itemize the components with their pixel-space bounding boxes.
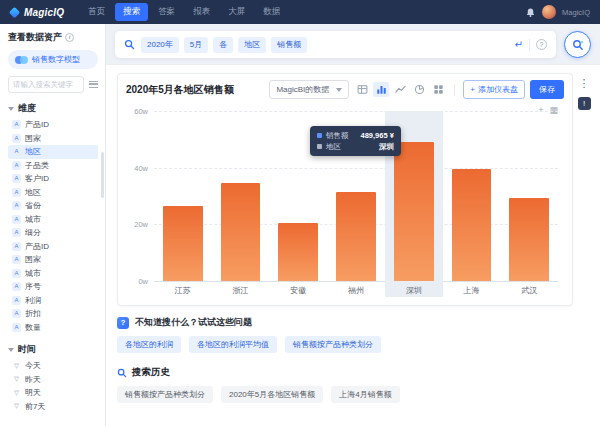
datasource-select[interactable]: MagicBI的数据 (269, 80, 349, 99)
chart-column-浙江[interactable]: 浙江 (212, 111, 270, 297)
sidebar-field-item[interactable]: A 序号 (8, 280, 98, 294)
chart-column-江苏[interactable]: 江苏 (154, 111, 212, 297)
time-section-header[interactable]: 时间 (8, 343, 98, 356)
search-bar[interactable]: 2020年5月各地区销售额 ↵ ? (115, 31, 556, 58)
info-icon[interactable]: i (65, 33, 74, 42)
sidebar-title: 查看数据资产 i (8, 31, 98, 44)
bar-chart-icon[interactable] (373, 82, 389, 97)
suggestion-chip[interactable]: 销售额按产品种类划分 (285, 336, 381, 353)
history-chip[interactable]: 2020年5月各地区销售额 (221, 386, 323, 403)
time-label: 今天 (25, 360, 41, 371)
sidebar-time-item[interactable]: ▽ 前7天 (8, 400, 98, 414)
field-type-icon: A (12, 309, 21, 318)
search-token[interactable]: 2020年 (141, 37, 179, 53)
search-icon (124, 39, 135, 50)
dimension-section-header[interactable]: 维度 (8, 102, 98, 115)
sidebar-time-item[interactable]: ▽ 今天 (8, 359, 98, 373)
sidebar-field-item[interactable]: A 细分 (8, 226, 98, 240)
bar[interactable] (452, 169, 492, 281)
sidebar-field-item[interactable]: A 利润 (8, 294, 98, 308)
sidebar-field-item[interactable]: A 折扣 (8, 307, 98, 321)
chart-column-深圳[interactable]: 深圳 (385, 111, 443, 297)
sidebar-field-item[interactable]: A 产品ID (8, 240, 98, 254)
nav-item[interactable]: 搜索 (115, 3, 148, 21)
field-type-icon: A (12, 147, 21, 156)
field-type-icon: A (12, 255, 21, 264)
enter-icon[interactable]: ↵ (515, 40, 523, 50)
sidebar-field-item[interactable]: A 客户ID (8, 172, 98, 186)
chevron-down-icon (336, 88, 342, 92)
bar[interactable] (394, 142, 434, 281)
chart-column-上海[interactable]: 上海 (443, 111, 501, 297)
model-label: 销售数字模型 (32, 54, 80, 65)
filter-icon: ▽ (12, 375, 21, 383)
nav-item[interactable]: 大屏 (220, 3, 253, 21)
nav-item[interactable]: 报表 (185, 3, 218, 21)
chart-column-福州[interactable]: 福州 (327, 111, 385, 297)
card-header: 2020年5月各地区销售额 MagicBI的数据 (118, 74, 572, 103)
field-type-icon: A (12, 323, 21, 332)
search-token[interactable]: 5月 (184, 37, 208, 53)
search-sparkle-icon (572, 39, 584, 51)
search-row: 2020年5月各地区销售额 ↵ ? (106, 24, 600, 64)
sidebar-time-item[interactable]: ▽ 昨天 (8, 373, 98, 387)
sidebar-field-item[interactable]: A 地区 (8, 145, 98, 159)
suggestion-chip[interactable]: 各地区的利润 (117, 336, 181, 353)
nav-item[interactable]: 数据 (255, 3, 288, 21)
search-token[interactable]: 销售额 (271, 37, 307, 53)
feedback-icon[interactable]: ! (578, 97, 591, 110)
table-view-icon[interactable] (354, 82, 370, 97)
bar[interactable] (336, 192, 376, 281)
sidebar-time-item[interactable]: ▽ 明天 (8, 386, 98, 400)
sidebar-field-item[interactable]: A 地区 (8, 186, 98, 200)
sidebar-field-item[interactable]: A 省份 (8, 199, 98, 213)
sidebar-search-input[interactable] (8, 76, 84, 93)
suggestion-chip[interactable]: 各地区的利润平均值 (189, 336, 277, 353)
field-label: 折扣 (25, 308, 41, 319)
avatar[interactable] (542, 5, 556, 19)
sidebar-field-item[interactable]: A 国家 (8, 253, 98, 267)
nav-item[interactable]: 首页 (80, 3, 113, 21)
sidebar-field-item[interactable]: A 城市 (8, 213, 98, 227)
logo[interactable]: MagicIQ (10, 7, 64, 18)
bar[interactable] (509, 198, 549, 281)
datasource-value: MagicBI的数据 (276, 84, 329, 95)
data-model-chip[interactable]: 销售数字模型 (8, 50, 98, 69)
history-chip[interactable]: 销售额按产品种类划分 (117, 386, 213, 403)
chart-column-武汉[interactable]: 武汉 (500, 111, 558, 297)
bar[interactable] (221, 183, 261, 281)
sidebar-field-item[interactable]: A 数量 (8, 321, 98, 335)
ai-search-button[interactable] (564, 31, 591, 58)
help-icon[interactable]: ? (536, 39, 547, 50)
search-token[interactable]: 地区 (238, 37, 266, 53)
y-tick-label: 20w (134, 220, 148, 229)
bar[interactable] (278, 223, 318, 281)
sidebar-field-item[interactable]: A 国家 (8, 132, 98, 146)
add-dashboard-label: 添加仪表盘 (478, 84, 518, 95)
line-chart-icon[interactable] (392, 82, 408, 97)
pie-chart-icon[interactable] (411, 82, 427, 97)
sidebar-field-item[interactable]: A 子品类 (8, 159, 98, 173)
field-label: 子品类 (25, 160, 49, 171)
history-chip[interactable]: 上海4月销售额 (331, 386, 399, 403)
sidebar-search-row (8, 76, 98, 93)
bell-icon[interactable] (525, 7, 536, 18)
chart-column-安徽[interactable]: 安徽 (269, 111, 327, 297)
content-panel: 2020年5月各地区销售额 MagicBI的数据 (106, 64, 600, 426)
add-dashboard-button[interactable]: + 添加仪表盘 (463, 80, 525, 99)
field-label: 国家 (25, 254, 41, 265)
search-token[interactable]: 各 (213, 37, 233, 53)
more-chart-types-icon[interactable] (430, 82, 446, 97)
sidebar-field-item[interactable]: A 城市 (8, 267, 98, 281)
bar[interactable] (163, 206, 203, 281)
more-menu-icon[interactable]: ⋮ (579, 78, 590, 89)
main-area: 2020年5月各地区销售额 ↵ ? 2020年5月各地区销售额 (106, 24, 600, 426)
field-list-settings-icon[interactable] (89, 81, 98, 88)
nav-item[interactable]: 答案 (150, 3, 183, 21)
field-label: 产品ID (25, 119, 49, 130)
sidebar-scrollbar[interactable] (101, 152, 104, 198)
x-axis-label: 深圳 (385, 281, 443, 297)
save-button[interactable]: 保存 (530, 80, 564, 99)
sidebar-field-item[interactable]: A 产品ID (8, 118, 98, 132)
field-type-icon: A (12, 228, 21, 237)
